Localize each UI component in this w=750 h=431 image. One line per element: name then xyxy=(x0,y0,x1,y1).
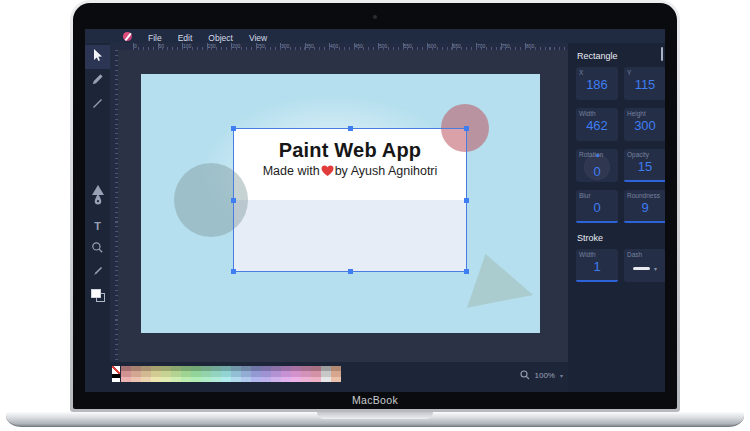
properties-grid: X186Y115Width462Height300Rotation0Opacit… xyxy=(576,67,665,223)
ruler-label: 150 xyxy=(208,43,216,49)
field-opacity: Opacity15 xyxy=(624,149,665,182)
triangle-tool[interactable] xyxy=(85,165,110,189)
color-swatch[interactable] xyxy=(271,377,281,382)
ruler-label: 650 xyxy=(453,43,461,49)
selection-handle-s[interactable] xyxy=(348,269,353,274)
green-triangle-shape[interactable] xyxy=(467,254,533,310)
field-label: Roundness xyxy=(627,192,663,199)
selection-handle-n[interactable] xyxy=(348,126,353,131)
field-value-opacity[interactable]: 15 xyxy=(627,159,663,174)
field-value-width[interactable]: 1 xyxy=(579,259,615,274)
status-bar: 100% ▾ xyxy=(110,362,568,392)
color-swatch[interactable] xyxy=(291,377,301,382)
zoom-tool[interactable] xyxy=(85,237,110,261)
color-swatch[interactable] xyxy=(261,377,271,382)
color-swatch[interactable] xyxy=(211,377,221,382)
line-tool[interactable] xyxy=(85,93,110,117)
color-swatch[interactable] xyxy=(151,377,161,382)
menu-item-edit[interactable]: Edit xyxy=(178,33,193,43)
rotation-dial-dot xyxy=(596,154,599,157)
special-swatches xyxy=(112,366,120,382)
field-value-width[interactable]: 462 xyxy=(579,118,615,133)
selection-handle-w[interactable] xyxy=(231,198,236,203)
menu-item-file[interactable]: File xyxy=(148,33,162,43)
color-swatch[interactable] xyxy=(161,377,171,382)
field-value-rotation[interactable]: 0 xyxy=(579,164,615,179)
selection-handle-nw[interactable] xyxy=(231,126,236,131)
menu-item-view[interactable]: View xyxy=(249,33,267,43)
select-icon xyxy=(91,48,104,66)
macbook-bezel-inner: FileEditObjectView 050100150200250300350… xyxy=(73,3,677,409)
color-swatch[interactable] xyxy=(231,377,241,382)
ruler-label: 450 xyxy=(355,43,363,49)
zoom-control[interactable]: 100% ▾ xyxy=(520,370,563,380)
color-swatch[interactable] xyxy=(311,377,321,382)
selection-handle-e[interactable] xyxy=(464,198,469,203)
selection-handle-ne[interactable] xyxy=(464,126,469,131)
ruler-label: 100 xyxy=(183,43,191,49)
selection-handle-sw[interactable] xyxy=(231,269,236,274)
text-tool[interactable]: T xyxy=(85,213,110,237)
white-swatch[interactable] xyxy=(112,378,120,382)
vertical-ruler xyxy=(110,50,118,362)
menu-item-object[interactable]: Object xyxy=(208,33,233,43)
selection-handle-se[interactable] xyxy=(464,269,469,274)
color-swatch[interactable] xyxy=(241,377,251,382)
color-swatch[interactable] xyxy=(191,377,201,382)
color-swatch[interactable] xyxy=(131,377,141,382)
zoom-caret-icon: ▾ xyxy=(560,372,563,379)
color-swatch[interactable] xyxy=(141,377,151,382)
pen-icon xyxy=(92,192,104,210)
paint-app-window: FileEditObjectView 050100150200250300350… xyxy=(85,29,665,392)
macbook-label: MacBook xyxy=(73,394,677,406)
dash-select[interactable]: ▾ xyxy=(627,265,663,272)
ruler-label: 550 xyxy=(404,43,412,49)
pen-tool[interactable] xyxy=(85,189,110,213)
color-swatch[interactable] xyxy=(321,377,331,382)
field-value-roundness[interactable]: 9 xyxy=(627,200,663,215)
rectangle-tool[interactable] xyxy=(85,117,110,141)
drawing-canvas[interactable]: Paint Web App Made withby Ayush Agnihotr… xyxy=(141,74,540,333)
field-height: Height300 xyxy=(624,108,665,141)
field-value-y[interactable]: 115 xyxy=(627,77,663,92)
eyedropper-tool[interactable] xyxy=(85,261,110,285)
color-swatch[interactable] xyxy=(331,377,341,382)
color-swatch[interactable] xyxy=(181,377,191,382)
field-value-blur[interactable]: 0 xyxy=(579,200,615,215)
pencil-tool[interactable] xyxy=(85,69,110,93)
ruler-label: 400 xyxy=(330,43,338,49)
webcam-dot xyxy=(373,15,377,19)
ellipse-tool[interactable] xyxy=(85,141,110,165)
panel-scrollbar[interactable] xyxy=(661,47,663,61)
macbook-screen-bezel: FileEditObjectView 050100150200250300350… xyxy=(70,0,680,412)
no-color-swatch[interactable] xyxy=(112,366,120,374)
color-swatch[interactable] xyxy=(171,377,181,382)
fill-swatch[interactable] xyxy=(91,289,101,298)
field-width: Width1 xyxy=(576,249,618,282)
zoom-level: 100% xyxy=(535,371,555,380)
field-label: Width xyxy=(579,251,615,258)
macbook-lid-notch xyxy=(317,412,433,419)
color-swatch[interactable] xyxy=(121,377,131,382)
color-swatch[interactable] xyxy=(251,377,261,382)
field-value-x[interactable]: 186 xyxy=(579,77,615,92)
field-label: Blur xyxy=(579,192,615,199)
ruler-label: 800 xyxy=(526,43,534,49)
color-swatch[interactable] xyxy=(221,377,231,382)
app-logo-icon[interactable] xyxy=(123,32,132,41)
fill-stroke-swatches[interactable] xyxy=(91,289,105,302)
pencil-icon xyxy=(91,72,104,90)
field-value-height[interactable]: 300 xyxy=(627,118,663,133)
field-label: Opacity xyxy=(627,151,663,158)
select-tool[interactable] xyxy=(85,45,110,69)
ruler-label: 500 xyxy=(379,43,387,49)
field-rotation: Rotation0 xyxy=(576,149,618,182)
ruler-label: 700 xyxy=(477,43,485,49)
color-swatch[interactable] xyxy=(301,377,311,382)
color-swatch[interactable] xyxy=(281,377,291,382)
stroke-grid: Width1Dash▾ xyxy=(576,249,665,282)
color-swatch[interactable] xyxy=(201,377,211,382)
field-width: Width462 xyxy=(576,108,618,141)
tool-palette: T xyxy=(85,43,110,392)
properties-panel: Rectangle X186Y115Width462Height300Rotat… xyxy=(568,43,665,392)
